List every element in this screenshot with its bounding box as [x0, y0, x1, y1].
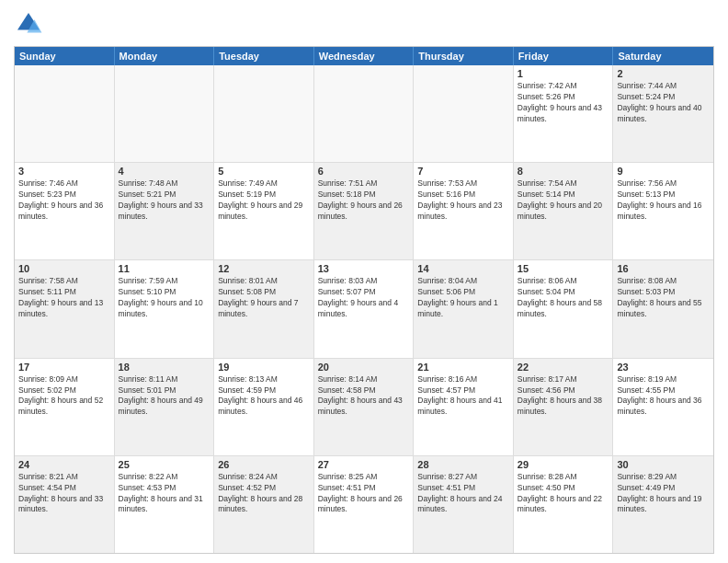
- cal-cell: 13 Sunrise: 8:03 AMSunset: 5:07 PMDaylig…: [314, 260, 415, 357]
- day-number: 3: [18, 166, 110, 177]
- day-number: 5: [218, 166, 310, 177]
- cal-cell: 11 Sunrise: 7:59 AMSunset: 5:10 PMDaylig…: [115, 260, 215, 357]
- cal-header-day: Sunday: [15, 47, 115, 65]
- day-number: 1: [518, 68, 609, 79]
- calendar-header: SundayMondayTuesdayWednesdayThursdayFrid…: [15, 47, 713, 65]
- cell-info: Sunrise: 8:16 AMSunset: 4:57 PMDaylight:…: [417, 374, 509, 419]
- cell-info: Sunrise: 8:01 AMSunset: 5:08 PMDaylight:…: [218, 276, 310, 320]
- cell-info: Sunrise: 8:27 AMSunset: 4:51 PMDaylight:…: [417, 472, 509, 516]
- cell-info: Sunrise: 8:19 AMSunset: 4:55 PMDaylight:…: [617, 374, 710, 419]
- cal-row: 24 Sunrise: 8:21 AMSunset: 4:54 PMDaylig…: [15, 455, 713, 553]
- day-number: 11: [119, 263, 210, 274]
- day-number: 27: [318, 459, 410, 470]
- cell-info: Sunrise: 8:08 AMSunset: 5:03 PMDaylight:…: [617, 276, 710, 320]
- cell-info: Sunrise: 7:54 AMSunset: 5:14 PMDaylight:…: [518, 178, 609, 223]
- calendar-body: 1 Sunrise: 7:42 AMSunset: 5:26 PMDayligh…: [15, 65, 713, 553]
- day-number: 18: [119, 362, 210, 373]
- cell-info: Sunrise: 8:06 AMSunset: 5:04 PMDaylight:…: [518, 276, 609, 320]
- cell-info: Sunrise: 8:13 AMSunset: 4:59 PMDaylight:…: [218, 374, 310, 419]
- cal-header-day: Monday: [115, 47, 215, 65]
- cal-cell: 4 Sunrise: 7:48 AMSunset: 5:21 PMDayligh…: [115, 163, 215, 259]
- cal-cell: 29 Sunrise: 8:28 AMSunset: 4:50 PMDaylig…: [514, 456, 614, 553]
- day-number: 7: [417, 166, 509, 177]
- cell-info: Sunrise: 7:42 AMSunset: 5:26 PMDaylight:…: [518, 81, 609, 125]
- cell-info: Sunrise: 7:49 AMSunset: 5:19 PMDaylight:…: [218, 178, 310, 223]
- cal-cell: 28 Sunrise: 8:27 AMSunset: 4:51 PMDaylig…: [414, 456, 514, 553]
- cal-row: 17 Sunrise: 8:09 AMSunset: 5:02 PMDaylig…: [15, 358, 713, 455]
- day-number: 30: [617, 459, 710, 470]
- day-number: 24: [18, 459, 110, 470]
- day-number: 19: [218, 362, 310, 373]
- logo-icon: [14, 9, 43, 39]
- cal-cell: 25 Sunrise: 8:22 AMSunset: 4:53 PMDaylig…: [115, 456, 215, 553]
- page: SundayMondayTuesdayWednesdayThursdayFrid…: [0, 0, 728, 563]
- calendar: SundayMondayTuesdayWednesdayThursdayFrid…: [14, 46, 714, 554]
- cal-cell: 22 Sunrise: 8:17 AMSunset: 4:56 PMDaylig…: [514, 359, 614, 455]
- cell-info: Sunrise: 7:56 AMSunset: 5:13 PMDaylight:…: [617, 178, 710, 223]
- day-number: 2: [617, 68, 710, 79]
- day-number: 15: [518, 263, 609, 274]
- cal-header-day: Thursday: [414, 47, 514, 65]
- logo: [14, 9, 47, 39]
- day-number: 22: [518, 362, 609, 373]
- cal-cell: [214, 65, 314, 162]
- cal-cell: 23 Sunrise: 8:19 AMSunset: 4:55 PMDaylig…: [613, 359, 713, 455]
- cell-info: Sunrise: 7:51 AMSunset: 5:18 PMDaylight:…: [318, 178, 410, 223]
- cell-info: Sunrise: 7:58 AMSunset: 5:11 PMDaylight:…: [18, 276, 110, 320]
- cal-cell: 8 Sunrise: 7:54 AMSunset: 5:14 PMDayligh…: [514, 163, 614, 259]
- cal-header-day: Tuesday: [214, 47, 314, 65]
- cell-info: Sunrise: 7:53 AMSunset: 5:16 PMDaylight:…: [417, 178, 509, 223]
- day-number: 10: [18, 263, 110, 274]
- cal-cell: [314, 65, 415, 162]
- day-number: 28: [417, 459, 509, 470]
- cell-info: Sunrise: 8:21 AMSunset: 4:54 PMDaylight:…: [18, 472, 110, 516]
- header: [14, 9, 714, 39]
- day-number: 21: [417, 362, 509, 373]
- cell-info: Sunrise: 8:14 AMSunset: 4:58 PMDaylight:…: [318, 374, 410, 419]
- cal-cell: 1 Sunrise: 7:42 AMSunset: 5:26 PMDayligh…: [514, 65, 614, 162]
- cell-info: Sunrise: 8:28 AMSunset: 4:50 PMDaylight:…: [518, 472, 609, 516]
- day-number: 29: [518, 459, 609, 470]
- cal-header-day: Wednesday: [314, 47, 415, 65]
- cal-cell: 6 Sunrise: 7:51 AMSunset: 5:18 PMDayligh…: [314, 163, 415, 259]
- day-number: 13: [318, 263, 410, 274]
- cal-cell: [15, 65, 115, 162]
- cal-cell: 12 Sunrise: 8:01 AMSunset: 5:08 PMDaylig…: [214, 260, 314, 357]
- cal-header-day: Saturday: [613, 47, 713, 65]
- cell-info: Sunrise: 8:29 AMSunset: 4:49 PMDaylight:…: [617, 472, 710, 516]
- cal-cell: 9 Sunrise: 7:56 AMSunset: 5:13 PMDayligh…: [613, 163, 713, 259]
- day-number: 8: [518, 166, 609, 177]
- cal-row: 10 Sunrise: 7:58 AMSunset: 5:11 PMDaylig…: [15, 259, 713, 357]
- cell-info: Sunrise: 7:44 AMSunset: 5:24 PMDaylight:…: [617, 81, 710, 125]
- day-number: 23: [617, 362, 710, 373]
- cal-cell: 27 Sunrise: 8:25 AMSunset: 4:51 PMDaylig…: [314, 456, 415, 553]
- day-number: 4: [119, 166, 210, 177]
- cell-info: Sunrise: 8:24 AMSunset: 4:52 PMDaylight:…: [218, 472, 310, 516]
- cell-info: Sunrise: 8:09 AMSunset: 5:02 PMDaylight:…: [18, 374, 110, 419]
- cal-cell: 18 Sunrise: 8:11 AMSunset: 5:01 PMDaylig…: [115, 359, 215, 455]
- day-number: 12: [218, 263, 310, 274]
- cal-cell: 17 Sunrise: 8:09 AMSunset: 5:02 PMDaylig…: [15, 359, 115, 455]
- cal-cell: [115, 65, 215, 162]
- cell-info: Sunrise: 8:22 AMSunset: 4:53 PMDaylight:…: [119, 472, 210, 516]
- cal-cell: 20 Sunrise: 8:14 AMSunset: 4:58 PMDaylig…: [314, 359, 415, 455]
- cal-cell: 21 Sunrise: 8:16 AMSunset: 4:57 PMDaylig…: [414, 359, 514, 455]
- day-number: 26: [218, 459, 310, 470]
- cal-cell: 5 Sunrise: 7:49 AMSunset: 5:19 PMDayligh…: [214, 163, 314, 259]
- day-number: 25: [119, 459, 210, 470]
- cal-cell: 7 Sunrise: 7:53 AMSunset: 5:16 PMDayligh…: [414, 163, 514, 259]
- cal-cell: 15 Sunrise: 8:06 AMSunset: 5:04 PMDaylig…: [514, 260, 614, 357]
- day-number: 16: [617, 263, 710, 274]
- cell-info: Sunrise: 8:04 AMSunset: 5:06 PMDaylight:…: [417, 276, 509, 320]
- cal-cell: 16 Sunrise: 8:08 AMSunset: 5:03 PMDaylig…: [613, 260, 713, 357]
- cell-info: Sunrise: 8:03 AMSunset: 5:07 PMDaylight:…: [318, 276, 410, 320]
- cal-cell: 3 Sunrise: 7:46 AMSunset: 5:23 PMDayligh…: [15, 163, 115, 259]
- cal-cell: 10 Sunrise: 7:58 AMSunset: 5:11 PMDaylig…: [15, 260, 115, 357]
- cell-info: Sunrise: 7:59 AMSunset: 5:10 PMDaylight:…: [119, 276, 210, 320]
- cal-cell: 24 Sunrise: 8:21 AMSunset: 4:54 PMDaylig…: [15, 456, 115, 553]
- cell-info: Sunrise: 7:46 AMSunset: 5:23 PMDaylight:…: [18, 178, 110, 223]
- cal-row: 3 Sunrise: 7:46 AMSunset: 5:23 PMDayligh…: [15, 162, 713, 259]
- cal-cell: [414, 65, 514, 162]
- cell-info: Sunrise: 7:48 AMSunset: 5:21 PMDaylight:…: [119, 178, 210, 223]
- cell-info: Sunrise: 8:11 AMSunset: 5:01 PMDaylight:…: [119, 374, 210, 419]
